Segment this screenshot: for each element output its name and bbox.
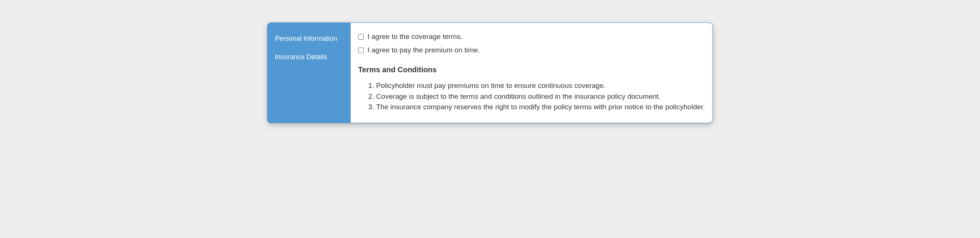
terms-list-item: Coverage is subject to the terms and con… xyxy=(376,92,705,102)
agree-premium-row: I agree to pay the premium on time. xyxy=(358,46,705,54)
sidebar-item-insurance-details[interactable]: Insurance Details xyxy=(267,48,351,66)
sidebar-item-label: Insurance Details xyxy=(275,53,327,60)
terms-list: Policyholder must pay premiums on time t… xyxy=(358,81,705,112)
agree-coverage-label: I agree to the coverage terms. xyxy=(368,33,462,41)
sidebar-item-personal-information[interactable]: Personal Information xyxy=(267,30,351,48)
terms-heading: Terms and Conditions xyxy=(358,65,705,74)
terms-list-item: The insurance company reserves the right… xyxy=(376,102,705,112)
agree-premium-label: I agree to pay the premium on time. xyxy=(368,46,480,54)
card: Personal Information Insurance Details I… xyxy=(267,22,713,123)
agree-premium-checkbox[interactable] xyxy=(358,48,364,53)
sidebar-item-label: Personal Information xyxy=(275,35,337,42)
agree-coverage-checkbox[interactable] xyxy=(358,34,364,40)
sidebar: Personal Information Insurance Details xyxy=(267,23,351,123)
agree-coverage-row: I agree to the coverage terms. xyxy=(358,33,705,41)
content-panel: I agree to the coverage terms. I agree t… xyxy=(351,23,713,123)
terms-list-item: Policyholder must pay premiums on time t… xyxy=(376,81,705,91)
